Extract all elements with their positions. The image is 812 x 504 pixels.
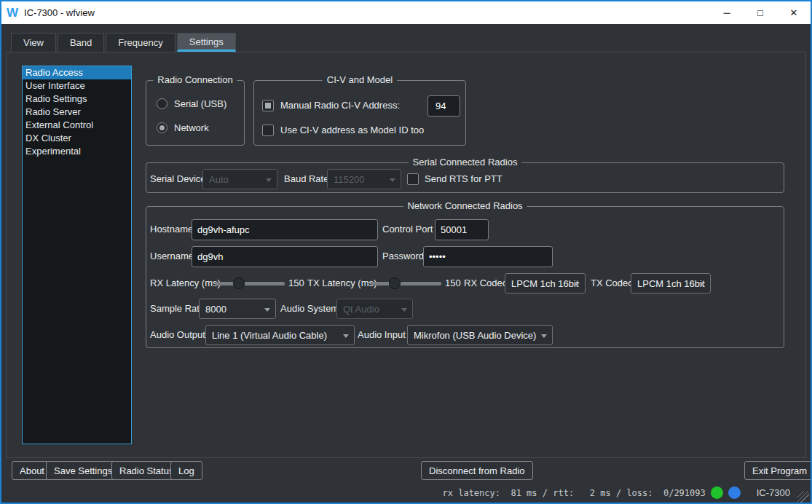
civ-model-group: CI-V and Model Manual Radio CI-V Address…	[253, 80, 466, 146]
network-radios-group-title: Network Connected Radios	[403, 200, 527, 211]
hostname-label: Hostname	[150, 219, 193, 240]
tab-frequency[interactable]: Frequency	[106, 33, 175, 52]
app-window: W IC-7300 - wfview ─ □ ✕ View Band Frequ…	[0, 0, 812, 504]
username-label: Username	[150, 246, 194, 267]
tx-codec-label: TX Codec	[591, 273, 633, 294]
title-bar: W IC-7300 - wfview ─ □ ✕	[1, 1, 811, 24]
chevron-down-icon	[266, 178, 272, 182]
model-id-label: Use CI-V address as Model ID too	[280, 120, 424, 141]
sidebar-item-radio-access[interactable]: Radio Access	[23, 66, 131, 79]
resize-grip[interactable]	[797, 491, 809, 503]
slider-track	[216, 282, 285, 286]
password-input[interactable]	[423, 246, 553, 267]
sample-rate-value: 8000	[205, 304, 226, 315]
audio-system-label: Audio System	[280, 299, 339, 319]
chevron-down-icon	[699, 283, 705, 286]
audio-input-dropdown[interactable]: Mikrofon (USB Audio Device)	[407, 325, 553, 345]
radio-connection-group: Radio Connection Serial (USB) Network	[146, 80, 245, 146]
send-rts-label: Send RTS for PTT	[425, 169, 502, 189]
model-id-checkbox[interactable]	[262, 125, 274, 136]
tab-bar: View Band Frequency Settings	[11, 33, 237, 52]
exit-program-button[interactable]: Exit Program	[744, 461, 812, 480]
disconnect-button[interactable]: Disconnect from Radio	[421, 461, 533, 480]
tab-settings[interactable]: Settings	[177, 33, 236, 52]
manual-civ-checkbox[interactable]	[262, 100, 274, 111]
network-radio[interactable]	[157, 122, 167, 133]
rx-latency-slider[interactable]	[216, 273, 285, 294]
network-radio-label: Network	[174, 118, 209, 138]
sidebar-item-radio-settings[interactable]: Radio Settings	[23, 92, 131, 106]
window-title: IC-7300 - wfview	[24, 7, 95, 18]
rx-status-green-indicator	[711, 487, 723, 499]
sample-rate-dropdown[interactable]: 8000	[199, 299, 276, 319]
audio-output-label: Audio Output	[150, 325, 205, 345]
main-body: View Band Frequency Settings Radio Acces…	[1, 24, 811, 503]
sample-rate-label: Sample Rate	[150, 299, 205, 319]
civ-model-group-title: CI-V and Model	[323, 74, 397, 85]
latency-status-text: rx latency: 81 ms / rtt: 2 ms / loss: 0/…	[443, 488, 706, 498]
maximize-button[interactable]: □	[744, 1, 777, 24]
baud-rate-dropdown: 115200	[327, 169, 401, 189]
tx-status-blue-indicator	[728, 487, 741, 499]
baud-rate-value: 115200	[334, 174, 364, 185]
hostname-input[interactable]	[192, 219, 378, 240]
close-button[interactable]: ✕	[777, 1, 811, 24]
tx-codec-dropdown[interactable]: LPCM 1ch 16bit	[631, 273, 711, 294]
chevron-down-icon	[390, 178, 395, 182]
network-radios-group: Network Connected Radios Hostname Contro…	[146, 206, 784, 348]
minimize-button[interactable]: ─	[710, 1, 744, 24]
serial-usb-radio-label: Serial (USB)	[174, 94, 226, 114]
civ-address-input[interactable]	[427, 95, 460, 117]
audio-output-value: Line 1 (Virtual Audio Cable)	[212, 330, 327, 341]
settings-category-list: Radio Access User Interface Radio Settin…	[22, 66, 132, 444]
rx-codec-label: RX Codec	[464, 273, 507, 294]
audio-output-dropdown[interactable]: Line 1 (Virtual Audio Cable)	[205, 325, 355, 345]
tab-view[interactable]: View	[11, 33, 56, 52]
slider-handle[interactable]	[233, 277, 245, 289]
save-settings-button[interactable]: Save Settings	[46, 461, 120, 480]
audio-system-value: Qt Audio	[343, 304, 379, 315]
manual-civ-label: Manual Radio CI-V Address:	[280, 95, 400, 116]
audio-input-value: Mikrofon (USB Audio Device)	[414, 330, 536, 341]
settings-pane: Radio Access User Interface Radio Settin…	[6, 52, 806, 458]
window-controls: ─ □ ✕	[710, 1, 811, 24]
password-label: Password	[382, 246, 424, 267]
serial-radios-group-title: Serial Connected Radios	[409, 157, 522, 168]
tx-codec-value: LPCM 1ch 16bit	[637, 278, 705, 289]
sidebar-item-radio-server[interactable]: Radio Server	[23, 106, 131, 119]
radio-connection-group-title: Radio Connection	[153, 74, 237, 85]
chevron-down-icon	[541, 334, 547, 338]
rx-latency-label: RX Latency (ms)	[150, 273, 221, 294]
tx-latency-value: 150	[445, 273, 461, 294]
serial-device-value: Auto	[209, 174, 229, 185]
sidebar-item-user-interface[interactable]: User Interface	[23, 79, 131, 92]
tx-latency-label: TX Latency (ms)	[307, 273, 377, 294]
control-port-label: Control Port	[382, 219, 433, 240]
sidebar-item-dx-cluster[interactable]: DX Cluster	[23, 132, 131, 145]
slider-handle[interactable]	[389, 277, 401, 289]
baud-rate-label: Baud Rate	[284, 169, 328, 189]
tab-band[interactable]: Band	[58, 33, 104, 52]
slider-track	[371, 282, 441, 286]
sidebar-item-experimental[interactable]: Experimental	[23, 145, 131, 158]
chevron-down-icon	[343, 334, 349, 338]
audio-input-label: Audio Input	[358, 325, 406, 345]
chevron-down-icon	[574, 283, 580, 286]
status-bar: rx latency: 81 ms / rtt: 2 ms / loss: 0/…	[1, 483, 811, 503]
rx-latency-value: 150	[288, 273, 304, 294]
log-button[interactable]: Log	[170, 461, 202, 480]
sidebar-item-external-control[interactable]: External Control	[23, 119, 131, 132]
audio-system-dropdown: Qt Audio	[336, 299, 413, 319]
tx-latency-slider[interactable]	[371, 273, 441, 294]
connected-radio-label: IC-7300	[757, 487, 790, 498]
chevron-down-icon	[264, 308, 270, 312]
control-port-input[interactable]	[435, 219, 489, 240]
serial-device-dropdown: Auto	[202, 169, 277, 189]
rx-codec-dropdown[interactable]: LPCM 1ch 16bit	[505, 273, 586, 294]
chevron-down-icon	[401, 308, 407, 312]
serial-usb-radio[interactable]	[157, 98, 167, 109]
rx-codec-value: LPCM 1ch 16bit	[511, 278, 579, 289]
username-input[interactable]	[192, 246, 378, 267]
wfview-logo-icon: W	[7, 7, 18, 19]
send-rts-checkbox[interactable]	[407, 173, 419, 185]
